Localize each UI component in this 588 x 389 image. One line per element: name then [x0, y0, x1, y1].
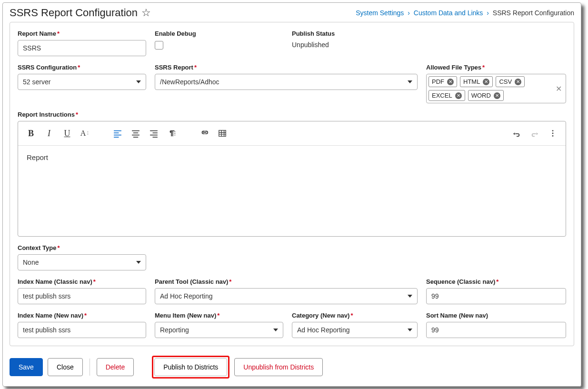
label-text: Report Name	[18, 30, 56, 37]
svg-point-0	[174, 131, 175, 132]
insert-table-button[interactable]	[214, 125, 230, 141]
caret-down-icon	[408, 295, 412, 298]
caret-down-icon	[273, 329, 278, 331]
align-center-button[interactable]	[128, 125, 144, 141]
publish-to-districts-button[interactable]: Publish to Districts	[154, 358, 227, 376]
field-instructions: Report Instructions* B I U A⋮	[18, 111, 566, 237]
label-text: Sort Name (New nav)	[426, 312, 488, 319]
svg-point-2	[174, 135, 175, 136]
tag-word: WORD✕	[468, 90, 504, 101]
breadcrumb-link-system-settings[interactable]: System Settings	[356, 9, 404, 17]
category-select[interactable]: Ad Hoc Reporting	[292, 322, 418, 338]
unpublish-from-districts-button[interactable]: Unpublish from Districts	[234, 358, 323, 376]
underline-button[interactable]: U	[59, 125, 75, 141]
form-panel: Report Name* Enable Debug Publish Status…	[10, 22, 574, 346]
remove-tag-icon[interactable]: ✕	[515, 79, 521, 85]
label-text: Index Name (New nav)	[18, 312, 83, 319]
menu-item-select[interactable]: Reporting	[155, 322, 283, 338]
label-text: SSRS Report	[155, 64, 193, 71]
sort-name-input[interactable]	[426, 322, 566, 338]
paragraph-format-button[interactable]	[164, 125, 180, 141]
align-right-button[interactable]	[146, 125, 162, 141]
remove-tag-icon[interactable]: ✕	[494, 92, 500, 99]
rich-text-editor: B I U A⋮	[18, 121, 566, 237]
italic-button[interactable]: I	[41, 125, 57, 141]
field-menu-item: Menu Item (New nav)* Reporting	[155, 312, 283, 338]
svg-rect-3	[219, 130, 226, 137]
field-context-type: Context Type* None	[18, 244, 146, 270]
allowed-types-tags[interactable]: PDF✕ HTML✕ CSV✕ EXCEL✕ WORD✕ ✕	[426, 74, 566, 103]
remove-tag-icon[interactable]: ✕	[483, 79, 489, 85]
breadcrumb: System Settings › Custom Data and Links …	[356, 9, 574, 17]
align-left-button[interactable]	[110, 125, 126, 141]
select-value: None	[23, 259, 39, 266]
label-text: Sequence (Classic nav)	[426, 278, 495, 285]
label-text: SSRS Configuration	[18, 64, 77, 71]
field-ssrs-config: SSRS Configuration* 52 server	[18, 64, 146, 103]
index-new-input[interactable]	[18, 322, 146, 338]
select-value: Reporting	[160, 326, 189, 334]
more-options-button[interactable]	[545, 125, 561, 141]
chevron-right-icon: ›	[406, 9, 412, 17]
bold-button[interactable]: B	[23, 125, 39, 141]
field-category: Category (New nav)* Ad Hoc Reporting	[292, 312, 418, 338]
svg-point-6	[552, 135, 554, 137]
field-index-new: Index Name (New nav)*	[18, 312, 146, 338]
ssrs-report-select[interactable]: /NewReports/Adhoc	[155, 74, 418, 90]
field-report-name: Report Name*	[18, 30, 146, 56]
field-parent-tool: Parent Tool (Classic nav)* Ad Hoc Report…	[155, 278, 418, 304]
page-title: SSRS Report Configuration ☆	[10, 7, 151, 19]
sequence-classic-input[interactable]	[426, 288, 566, 304]
label-text: Allowed File Types	[426, 64, 481, 71]
editor-toolbar: B I U A⋮	[18, 121, 566, 146]
caret-down-icon	[136, 261, 141, 264]
parent-tool-select[interactable]: Ad Hoc Reporting	[155, 288, 418, 304]
page-title-text: SSRS Report Configuration	[10, 7, 138, 19]
field-enable-debug: Enable Debug	[155, 30, 283, 56]
field-sequence-classic: Sequence (Classic nav)*	[426, 278, 566, 304]
remove-tag-icon[interactable]: ✕	[447, 79, 454, 85]
close-button[interactable]: Close	[48, 358, 83, 376]
divider	[90, 359, 90, 376]
caret-down-icon	[408, 80, 412, 83]
svg-point-1	[174, 133, 175, 134]
publish-status-value: Unpublished	[292, 41, 335, 49]
label-text: Category (New nav)	[292, 312, 349, 319]
field-sort-name: Sort Name (New nav)	[426, 312, 566, 338]
favorite-star-icon[interactable]: ☆	[141, 7, 151, 19]
select-value: Ad Hoc Reporting	[297, 326, 350, 334]
label-text: Index Name (Classic nav)	[18, 278, 92, 285]
tag-excel: EXCEL✕	[429, 90, 465, 101]
delete-button[interactable]: Delete	[97, 358, 134, 376]
select-value: Ad Hoc Reporting	[160, 292, 213, 300]
caret-down-icon	[408, 329, 412, 331]
context-type-select[interactable]: None	[18, 254, 146, 270]
breadcrumb-link-custom-data[interactable]: Custom Data and Links	[414, 9, 483, 17]
field-ssrs-report: SSRS Report* /NewReports/Adhoc	[155, 64, 418, 103]
insert-link-button[interactable]	[196, 125, 212, 141]
editor-content[interactable]: Report	[18, 146, 566, 236]
enable-debug-checkbox[interactable]	[155, 41, 163, 50]
select-value: 52 server	[23, 78, 50, 86]
breadcrumb-current: SSRS Report Configuration	[493, 9, 574, 17]
field-publish-status: Publish Status Unpublished	[292, 30, 335, 56]
font-style-button[interactable]: A⋮	[77, 125, 93, 141]
undo-button[interactable]	[508, 125, 525, 141]
label-text: Parent Tool (Classic nav)	[155, 278, 228, 285]
select-value: /NewReports/Adhoc	[160, 78, 219, 86]
footer-actions: Save Close Delete Publish to Districts U…	[3, 351, 581, 386]
label-text: Context Type	[18, 244, 56, 251]
label-text: Menu Item (New nav)	[155, 312, 216, 319]
index-classic-input[interactable]	[18, 288, 146, 304]
save-button[interactable]: Save	[10, 358, 43, 376]
field-index-classic: Index Name (Classic nav)*	[18, 278, 146, 304]
redo-button[interactable]	[527, 125, 543, 141]
svg-point-4	[552, 130, 554, 131]
remove-tag-icon[interactable]: ✕	[455, 92, 462, 99]
chevron-right-icon: ›	[485, 9, 491, 17]
clear-all-tags-icon[interactable]: ✕	[556, 84, 562, 93]
highlighted-action: Publish to Districts	[152, 356, 229, 379]
report-name-input[interactable]	[18, 40, 146, 56]
ssrs-config-select[interactable]: 52 server	[18, 74, 146, 90]
svg-point-5	[552, 133, 554, 134]
